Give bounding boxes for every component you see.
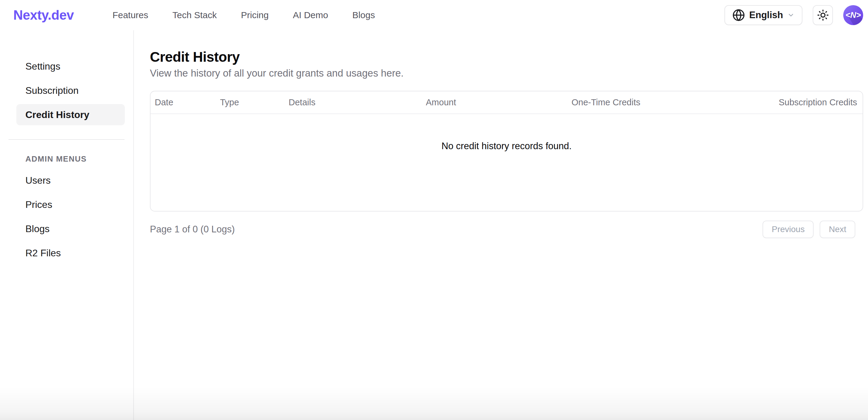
pagination-buttons: Previous Next: [763, 221, 855, 238]
top-navigation-bar: Nexty.dev Features Tech Stack Pricing AI…: [0, 0, 868, 30]
content-shell: Settings Subscription Credit History ADM…: [0, 30, 868, 420]
column-header-subscription-credits: Subscription Credits: [718, 97, 863, 107]
sidebar-item-r2-files[interactable]: R2 Files: [16, 242, 125, 263]
language-selector-label: English: [749, 10, 783, 21]
brand-logo[interactable]: Nexty.dev: [13, 7, 74, 23]
sidebar-divider: [8, 139, 125, 140]
sidebar-item-prices[interactable]: Prices: [16, 194, 125, 215]
sidebar-item-blogs[interactable]: Blogs: [16, 218, 125, 240]
chevron-down-icon: [787, 11, 795, 19]
table-header-row: Date Type Details Amount One-Time Credit…: [151, 91, 863, 114]
nav-item-features[interactable]: Features: [113, 10, 148, 20]
page-title: Credit History: [150, 49, 863, 65]
page-subtitle: View the history of all your credit gran…: [150, 67, 863, 79]
sidebar: Settings Subscription Credit History ADM…: [0, 30, 134, 420]
next-page-button[interactable]: Next: [819, 221, 855, 238]
previous-page-button[interactable]: Previous: [763, 221, 814, 238]
pagination-summary: Page 1 of 0 (0 Logs): [150, 224, 235, 235]
nav-item-blogs[interactable]: Blogs: [352, 10, 375, 20]
theme-toggle-button[interactable]: [813, 5, 833, 25]
main-content: Credit History View the history of all y…: [134, 30, 868, 420]
nav-item-pricing[interactable]: Pricing: [241, 10, 269, 20]
nav-item-tech-stack[interactable]: Tech Stack: [173, 10, 217, 20]
column-header-one-time-credits: One-Time Credits: [567, 97, 718, 107]
sidebar-item-users[interactable]: Users: [16, 170, 125, 191]
column-header-type: Type: [216, 97, 284, 107]
admin-menus-section-label: ADMIN MENUS: [16, 154, 125, 164]
pagination-row: Page 1 of 0 (0 Logs) Previous Next: [150, 221, 863, 238]
main-nav: Features Tech Stack Pricing AI Demo Blog…: [113, 10, 375, 20]
user-avatar[interactable]: <N>: [843, 5, 863, 25]
language-selector-button[interactable]: English: [724, 5, 802, 25]
sidebar-item-subscription[interactable]: Subscription: [16, 80, 125, 101]
sidebar-item-credit-history[interactable]: Credit History: [16, 104, 125, 125]
nav-item-ai-demo[interactable]: AI Demo: [293, 10, 328, 20]
sun-icon: [817, 9, 829, 21]
table-empty-state-message: No credit history records found.: [151, 114, 863, 211]
topbar-right-controls: English <N>: [724, 5, 863, 25]
column-header-date: Date: [151, 97, 216, 107]
globe-icon: [732, 9, 745, 22]
credit-history-table: Date Type Details Amount One-Time Credit…: [150, 91, 863, 212]
column-header-details: Details: [284, 97, 422, 107]
sidebar-item-settings[interactable]: Settings: [16, 56, 125, 77]
avatar-initials: <N>: [845, 10, 861, 20]
column-header-amount: Amount: [422, 97, 567, 107]
